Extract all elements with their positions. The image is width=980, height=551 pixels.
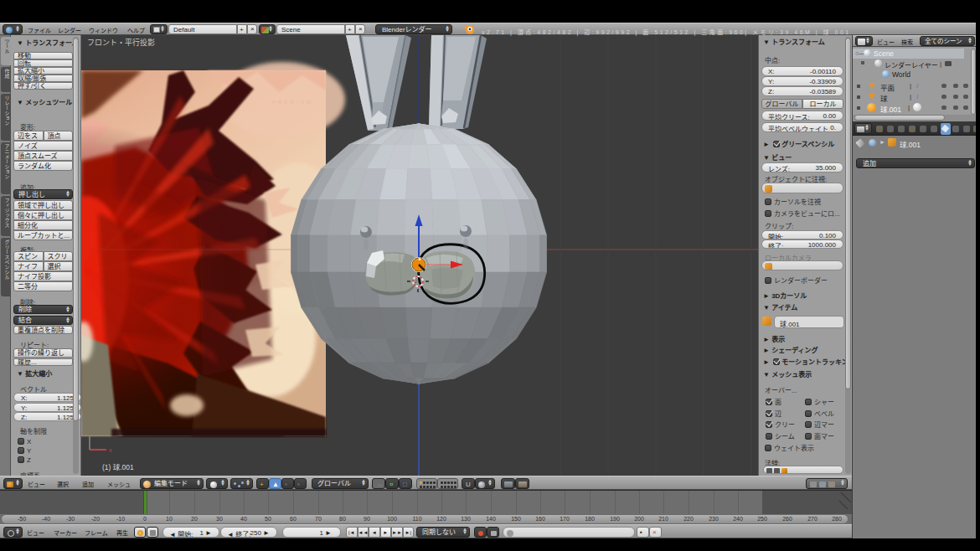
svg-text:x: x [109,447,112,453]
svg-text:(1) 球.001: (1) 球.001 [102,463,134,471]
svg-text:フロント・平行投影: フロント・平行投影 [87,38,155,47]
svg-text:PREMIUM: PREMIUM [272,100,313,105]
